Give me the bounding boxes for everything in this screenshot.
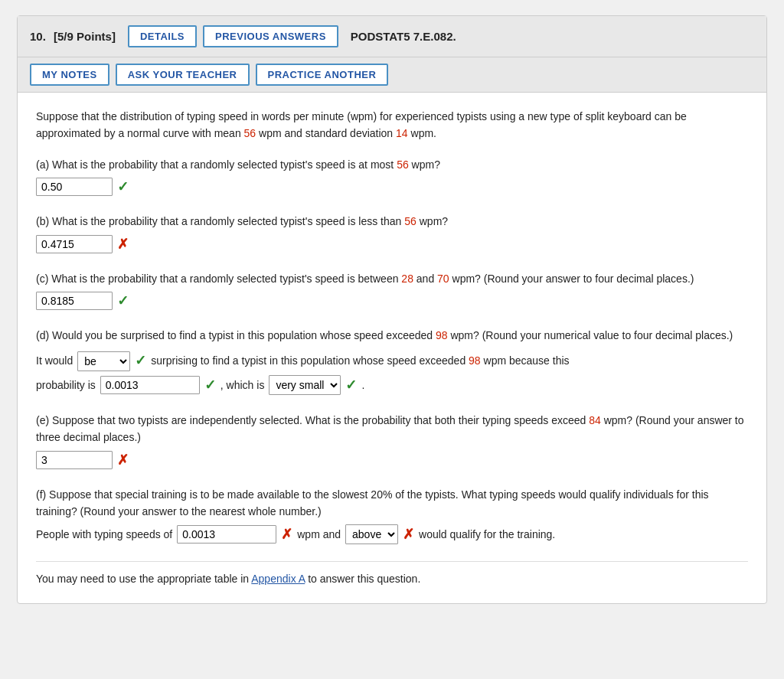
part-f-text: Suppose that special training is to be m… xyxy=(36,488,709,517)
part-d-highlight: 98 xyxy=(436,329,448,341)
part-b-text: What is the probability that a randomly … xyxy=(52,215,448,227)
part-c-highlight1: 28 xyxy=(401,273,413,285)
part-d-small-select[interactable]: very small small large very large xyxy=(269,375,341,395)
part-d-be-select[interactable]: be not be xyxy=(77,351,130,371)
footer-text: You may need to use the appropriate tabl… xyxy=(36,573,251,585)
part-a-question: (a) What is the probability that a rando… xyxy=(36,156,748,173)
part-b-label: (b) xyxy=(36,215,49,227)
appendix-link[interactable]: Appendix A xyxy=(251,573,305,585)
part-c: (c) What is the probability that a rando… xyxy=(36,270,748,310)
part-d-small-check: ✓ xyxy=(345,377,357,393)
part-d-prob-label: probability is xyxy=(36,379,96,391)
part-f-above-select[interactable]: above below xyxy=(345,524,398,544)
part-d-which-is: , which is xyxy=(220,379,265,391)
part-d-qend: wpm? (Round your numerical value to four… xyxy=(448,329,733,341)
part-e-input[interactable] xyxy=(36,451,113,469)
part-a-answer-row: ✓ xyxy=(36,178,748,196)
part-d-98: 98 xyxy=(469,354,481,367)
part-c-input[interactable] xyxy=(36,292,113,310)
practice-another-button[interactable]: PRACTICE ANOTHER xyxy=(256,64,389,86)
part-e: (e) Suppose that two typists are indepen… xyxy=(36,412,748,469)
footer-text-end: to answer this question. xyxy=(305,573,420,585)
part-f-cross-icon: ✗ xyxy=(281,526,292,543)
part-d-label: (d) xyxy=(36,329,49,341)
part-a: (a) What is the probability that a rando… xyxy=(36,156,748,196)
part-d-text: Would you be surprised to find a typist … xyxy=(52,329,733,341)
part-a-text: What is the probability that a randomly … xyxy=(52,158,440,171)
part-d-be-check: ✓ xyxy=(135,348,146,373)
part-f-select-cross: ✗ xyxy=(403,526,414,543)
part-f-input[interactable] xyxy=(177,525,276,544)
intro-text2: wpm and standard deviation xyxy=(256,127,396,139)
part-c-text: What is the probability that a randomly … xyxy=(51,273,694,285)
my-notes-button[interactable]: MY NOTES xyxy=(30,64,109,86)
footer-note: You may need to use the appropriate tabl… xyxy=(36,561,748,585)
second-bar: MY NOTES ASK YOUR TEACHER PRACTICE ANOTH… xyxy=(18,57,766,93)
part-f-question: (f) Suppose that special training is to … xyxy=(36,486,748,521)
part-b-cross-icon: ✗ xyxy=(117,236,129,253)
part-c-highlight2: 70 xyxy=(437,273,449,285)
part-c-answer-row: ✓ xyxy=(36,292,748,310)
ask-teacher-button[interactable]: ASK YOUR TEACHER xyxy=(116,64,250,86)
part-f-people-text: People with typing speeds of xyxy=(36,528,172,540)
part-b-answer-row: ✗ xyxy=(36,235,748,253)
part-d-prob-check: ✓ xyxy=(204,377,216,393)
part-c-check-icon: ✓ xyxy=(117,292,129,309)
part-a-check-icon: ✓ xyxy=(117,178,129,195)
part-f-answer-row: People with typing speeds of ✗ wpm and a… xyxy=(36,524,748,544)
top-bar: 10. [5/9 Points] DETAILS PREVIOUS ANSWER… xyxy=(18,16,766,57)
intro-text3: wpm. xyxy=(408,127,436,139)
part-c-question: (c) What is the probability that a rando… xyxy=(36,270,748,287)
intro-mean: 56 xyxy=(244,127,256,139)
part-d: (d) Would you be surprised to find a typ… xyxy=(36,327,748,395)
part-f-qualify-text: would qualify for the training. xyxy=(419,528,555,540)
part-a-label: (a) xyxy=(36,158,49,171)
part-c-label: (c) xyxy=(36,273,48,285)
part-d-prob-input[interactable] xyxy=(100,376,200,394)
part-b-qend: wpm? xyxy=(416,215,448,227)
part-b-question: (b) What is the probability that a rando… xyxy=(36,213,748,230)
part-f-wpm-and: wpm and xyxy=(297,528,341,540)
part-b-highlight: 56 xyxy=(404,215,416,227)
part-d-period: . xyxy=(361,379,364,391)
part-d-question: (d) Would you be surprised to find a typ… xyxy=(36,327,748,344)
part-f-label: (f) xyxy=(36,488,46,501)
part-b: (b) What is the probability that a rando… xyxy=(36,213,748,253)
part-d-surprising-text: surprising to find a typist in this popu… xyxy=(151,351,569,371)
part-e-label: (e) xyxy=(36,414,49,426)
intro-sd: 14 xyxy=(396,127,408,139)
part-e-qend: wpm? (Round your answer to three decimal… xyxy=(36,414,744,443)
question-number-label: 10. [5/9 Points] xyxy=(30,30,116,43)
intro-text: Suppose that the distribution of typing … xyxy=(36,108,748,142)
question-number: 10. xyxy=(30,30,46,43)
part-f: (f) Suppose that special training is to … xyxy=(36,486,748,545)
part-e-text: Suppose that two typists are independent… xyxy=(36,414,744,443)
part-e-cross-icon: ✗ xyxy=(117,452,129,468)
problem-id: PODSTAT5 7.E.082. xyxy=(351,30,456,43)
problem-container: 10. [5/9 Points] DETAILS PREVIOUS ANSWER… xyxy=(17,15,767,604)
part-e-highlight: 84 xyxy=(589,414,601,426)
part-c-and: and xyxy=(413,273,437,285)
part-e-answer-row: ✗ xyxy=(36,451,748,469)
part-b-input[interactable] xyxy=(36,235,113,253)
content-area: Suppose that the distribution of typing … xyxy=(18,93,766,603)
part-c-qend: wpm? (Round your answer to four decimal … xyxy=(449,273,694,285)
part-e-question: (e) Suppose that two typists are indepen… xyxy=(36,412,748,446)
previous-answers-button[interactable]: PREVIOUS ANSWERS xyxy=(203,25,338,47)
details-button[interactable]: DETAILS xyxy=(128,25,197,47)
part-d-it-would: It would xyxy=(36,351,73,371)
part-d-answer-row2: probability is ✓ , which is very small s… xyxy=(36,375,748,395)
part-a-qend: wpm? xyxy=(409,158,440,171)
points-label: [5/9 Points] xyxy=(54,30,116,43)
part-d-answer-row1: It would be not be ✓ surprising to find … xyxy=(36,348,748,373)
part-a-input[interactable] xyxy=(36,178,113,196)
part-a-highlight: 56 xyxy=(397,158,409,171)
